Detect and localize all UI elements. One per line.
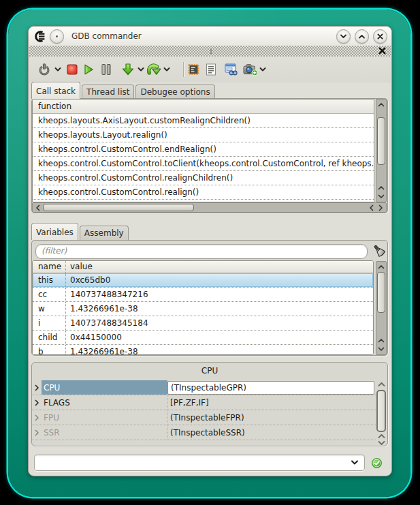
variables-vscrollbar[interactable] xyxy=(376,261,387,355)
step-over-menu-button[interactable] xyxy=(163,67,170,72)
dot-icon xyxy=(55,35,59,38)
scroll-right-button[interactable] xyxy=(376,203,385,212)
dock-grip xyxy=(210,48,212,54)
variable-name: cc xyxy=(33,288,66,301)
cpu-inspector-row[interactable]: FPU (TInspectableFPR) xyxy=(32,410,376,425)
scroll-up-button[interactable] xyxy=(376,262,386,271)
variable-row[interactable]: cc 140737488347216 xyxy=(33,288,373,302)
vscroll-thumb[interactable] xyxy=(377,117,385,165)
dock-header[interactable] xyxy=(29,46,391,57)
expand-gutter[interactable] xyxy=(32,410,42,425)
shade-button[interactable] xyxy=(336,29,351,44)
stop-button[interactable] xyxy=(67,64,78,75)
chevron-up-icon xyxy=(378,264,385,269)
variable-row[interactable]: w 1.43266961e-38 xyxy=(33,302,373,316)
step-over-button[interactable] xyxy=(147,63,162,76)
filter-input[interactable]: (filter) xyxy=(35,244,368,259)
scroll-up-button[interactable] xyxy=(376,100,386,109)
scroll-left-button-2[interactable] xyxy=(367,203,376,212)
pause-button[interactable] xyxy=(101,64,111,76)
variable-row[interactable]: b 1.43266961e-38 xyxy=(33,345,373,355)
property-value-editor[interactable]: (TInspectableGPR) xyxy=(167,381,374,395)
variable-value: 140737488345184 xyxy=(66,316,373,330)
chevron-down-icon xyxy=(378,347,385,352)
chevron-right-icon xyxy=(35,414,39,421)
tab-debugee-options[interactable]: Debugee options xyxy=(135,85,214,99)
property-value-cell: (TInspectableSSR) xyxy=(167,425,376,440)
stack-frame-row[interactable]: kheops.control.CustomControl.toClient(kh… xyxy=(33,157,374,171)
step-into-button[interactable] xyxy=(121,63,135,76)
cpu-inspector-row[interactable]: FLAGS [PF,ZF,IF] xyxy=(32,395,376,410)
step-into-menu-button[interactable] xyxy=(138,67,144,72)
app-logo-icon xyxy=(34,31,46,42)
run-button[interactable] xyxy=(83,63,95,76)
chevron-up-icon xyxy=(378,382,385,387)
call-stack-hscrollbar[interactable] xyxy=(32,202,387,213)
scroll-up-button-2[interactable] xyxy=(376,433,387,439)
watch-window-button[interactable] xyxy=(225,63,238,76)
expand-gutter[interactable] xyxy=(32,380,42,395)
tab-assembly[interactable]: Assembly xyxy=(80,226,129,240)
expand-gutter[interactable] xyxy=(32,425,42,440)
variable-value: 0x44150000 xyxy=(66,331,373,344)
output-list-button[interactable] xyxy=(206,63,216,76)
vscroll-thumb[interactable] xyxy=(377,272,385,313)
stack-frame-row[interactable]: kheops.control.CustomControl.endRealign(… xyxy=(33,142,374,157)
scroll-left-button[interactable] xyxy=(33,203,42,212)
scroll-up-button[interactable] xyxy=(376,380,387,388)
call-stack-column-header[interactable]: function xyxy=(33,100,374,114)
titlebar-dot-button[interactable] xyxy=(50,29,64,44)
property-value: (TInspectableSSR) xyxy=(170,428,245,438)
power-button[interactable] xyxy=(37,63,51,76)
power-menu-button[interactable] xyxy=(54,67,61,72)
clear-filter-button[interactable] xyxy=(371,243,387,259)
send-command-button[interactable] xyxy=(372,458,382,468)
column-header-name[interactable]: name xyxy=(33,261,66,273)
call-stack-vscrollbar[interactable] xyxy=(376,99,387,202)
call-stack-list: function kheops.layouts.AxisLayout.custo… xyxy=(32,99,374,202)
scroll-down-button[interactable] xyxy=(376,440,387,446)
cpu-inspector: CPU (TInspectableGPR) FLAGS [PF,ZF,IF] xyxy=(32,380,376,440)
debug-toolbar xyxy=(29,57,391,82)
cpu-inspector-row[interactable]: CPU (TInspectableGPR) xyxy=(32,380,376,395)
stack-frame-row[interactable]: kheops.control.CustomControl.realign() xyxy=(33,185,374,200)
cpu-vscrollbar[interactable] xyxy=(376,380,387,446)
hscroll-thumb[interactable] xyxy=(43,204,194,211)
scroll-down-button[interactable] xyxy=(376,192,386,201)
variable-value: 1.43266961e-38 xyxy=(66,302,373,316)
tab-variables[interactable]: Variables xyxy=(31,223,78,240)
variable-row[interactable]: this 0xc65db0 xyxy=(33,273,373,288)
stack-frame-row[interactable]: kheops.layouts.AxisLayout.customRealignC… xyxy=(33,114,374,128)
arrow-down-icon xyxy=(121,63,135,76)
unshade-button[interactable] xyxy=(355,29,369,44)
snapshot-button[interactable] xyxy=(243,63,258,76)
cpu-inspector-row[interactable]: SSR (TInspectableSSR) xyxy=(32,425,376,440)
dock-close-icon[interactable] xyxy=(378,46,387,55)
tab-thread-list[interactable]: Thread list xyxy=(82,85,134,99)
cpu-view-button[interactable] xyxy=(187,63,200,76)
variable-row[interactable]: child 0x44150000 xyxy=(33,331,373,345)
tab-label: Assembly xyxy=(84,228,124,238)
snapshot-menu-button[interactable] xyxy=(259,67,266,72)
tab-call-stack[interactable]: Call stack xyxy=(31,82,80,99)
window-binoculars-icon xyxy=(225,63,238,76)
vscroll-thumb[interactable] xyxy=(376,390,386,432)
chevron-down-icon xyxy=(351,460,359,465)
stop-icon xyxy=(67,64,78,75)
gdb-command-combobox[interactable] xyxy=(34,455,365,471)
chevron-down-icon xyxy=(259,67,266,72)
variable-row[interactable]: i 140737488345184 xyxy=(33,316,373,331)
debug-pages-tabs: Call stack Thread list Debugee options xyxy=(31,81,216,99)
scroll-down-button[interactable] xyxy=(376,345,386,354)
chevron-down-icon xyxy=(340,33,347,40)
column-header-value[interactable]: value xyxy=(66,261,93,273)
stack-frame-row[interactable]: kheops.layouts.Layout.realign() xyxy=(33,128,374,142)
expand-gutter[interactable] xyxy=(32,395,42,410)
property-value: [PF,ZF,IF] xyxy=(170,398,209,408)
scroll-up-button-2[interactable] xyxy=(376,183,386,192)
variable-name: b xyxy=(33,345,66,355)
close-button[interactable] xyxy=(373,29,387,44)
stack-frame-row[interactable]: kheops.control.CustomControl.realignChil… xyxy=(33,171,374,185)
broom-icon xyxy=(372,244,387,258)
scroll-up-button-2[interactable] xyxy=(376,336,386,345)
